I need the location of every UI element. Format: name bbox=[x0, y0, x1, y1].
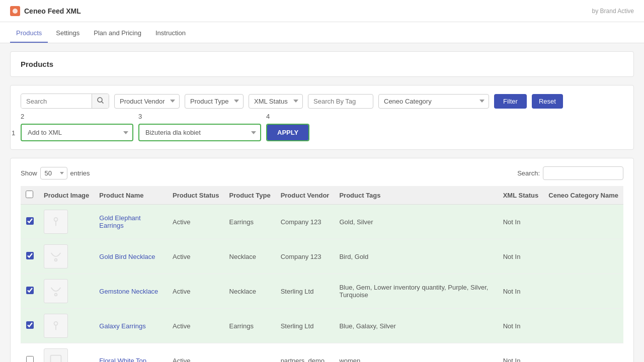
svg-point-1 bbox=[98, 98, 102, 102]
svg-line-2 bbox=[102, 102, 104, 104]
row-product-image bbox=[39, 205, 94, 239]
entries-select[interactable]: 50 10 25 100 bbox=[40, 167, 67, 179]
tag-search-input[interactable] bbox=[308, 94, 373, 109]
reset-button[interactable]: Reset bbox=[532, 94, 563, 109]
tab-products[interactable]: Products bbox=[10, 24, 48, 43]
row-xml-status: Not In bbox=[498, 239, 544, 274]
product-thumbnail bbox=[44, 279, 68, 303]
page-title: Products bbox=[21, 60, 53, 68]
nav-bar: Products Settings Plan and Pricing Instr… bbox=[0, 22, 644, 43]
row-product-status: Active bbox=[168, 205, 224, 239]
header-product-type: Product Type bbox=[224, 186, 276, 205]
svg-point-0 bbox=[13, 9, 18, 14]
row-checkbox[interactable] bbox=[26, 321, 34, 329]
vendor-select[interactable]: Product Vendor bbox=[114, 94, 180, 109]
tab-instruction[interactable]: Instruction bbox=[149, 24, 192, 43]
svg-point-6 bbox=[54, 322, 58, 325]
row-product-name: Gold Elephant Earrings bbox=[94, 205, 168, 239]
row-checkbox[interactable] bbox=[26, 287, 34, 294]
svg-point-3 bbox=[54, 218, 58, 221]
row-checkbox-cell bbox=[21, 205, 39, 239]
table-header-row: Product Image Product Name Product Statu… bbox=[21, 186, 623, 205]
row-product-type: Necklace bbox=[224, 274, 276, 309]
row-product-tags: Blue, Galaxy, Silver bbox=[334, 309, 498, 343]
svg-point-5 bbox=[55, 294, 57, 296]
ceneo-category-select[interactable]: Ceneo Category bbox=[378, 94, 489, 109]
app-icon bbox=[10, 6, 20, 16]
row-checkbox[interactable] bbox=[26, 252, 34, 259]
top-bar: Ceneo Feed XML by Brand Active bbox=[0, 0, 644, 22]
product-thumbnail bbox=[44, 314, 68, 338]
select-all-checkbox[interactable] bbox=[26, 191, 33, 198]
row-product-status: Active bbox=[168, 274, 224, 309]
table-row: Gemstone Necklace Active Necklace Sterli… bbox=[21, 274, 623, 309]
data-table: Product Image Product Name Product Statu… bbox=[21, 186, 623, 362]
apply-btn-wrap: APPLY bbox=[266, 124, 309, 141]
row-ceneo-category bbox=[543, 274, 623, 309]
row-product-name: Gold Bird Necklace bbox=[94, 239, 168, 274]
table-row: Gold Bird Necklace Active Necklace Compa… bbox=[21, 239, 623, 274]
filter-card: Product Vendor Product Type XML Status C… bbox=[10, 85, 634, 150]
svg-point-4 bbox=[55, 259, 57, 261]
search-button[interactable] bbox=[92, 94, 109, 108]
row-checkbox-cell bbox=[21, 274, 39, 309]
row-checkbox-cell bbox=[21, 309, 39, 343]
product-name-link[interactable]: Gold Bird Necklace bbox=[99, 253, 155, 260]
row-product-type bbox=[224, 343, 276, 363]
bulk-category-section: 3 Biżuteria dla kobiet bbox=[138, 124, 261, 141]
product-thumbnail bbox=[44, 244, 68, 268]
row-checkbox[interactable] bbox=[26, 217, 34, 225]
header-product-name: Product Name bbox=[94, 186, 168, 205]
header-ceneo-category: Ceneo Category Name bbox=[543, 186, 623, 205]
app-brand-credit: by Brand Active bbox=[592, 8, 634, 15]
app-title: Ceneo Feed XML bbox=[24, 7, 81, 15]
bulk-ceneo-select[interactable]: Biżuteria dla kobiet bbox=[139, 125, 260, 140]
main-content: Products Product Vendor Product Type bbox=[0, 43, 644, 362]
header-product-tags: Product Tags bbox=[334, 186, 498, 205]
search-input[interactable] bbox=[21, 95, 92, 108]
bulk-action-section: 2 Add to XML bbox=[21, 124, 133, 141]
step-4-label: 4 bbox=[266, 113, 270, 120]
bulk-apply-section: 4 APPLY bbox=[266, 124, 309, 141]
filter-row: Product Vendor Product Type XML Status C… bbox=[21, 94, 623, 109]
row-ceneo-category bbox=[543, 205, 623, 239]
header-checkbox-cell bbox=[21, 186, 39, 205]
header-product-image: Product Image bbox=[39, 186, 94, 205]
row-xml-status: Not In bbox=[498, 309, 544, 343]
bulk-select-wrap: Add to XML bbox=[21, 124, 133, 141]
annotation-1: 1 bbox=[12, 129, 15, 136]
step-2-label: 2 bbox=[21, 113, 24, 120]
filter-button[interactable]: Filter bbox=[494, 94, 527, 109]
apply-button[interactable]: APPLY bbox=[267, 125, 308, 140]
row-product-vendor: Company 123 bbox=[276, 205, 335, 239]
product-thumbnail bbox=[44, 210, 68, 234]
product-name-link[interactable]: Galaxy Earrings bbox=[99, 322, 145, 330]
page-title-card: Products bbox=[10, 51, 634, 77]
row-checkbox[interactable] bbox=[26, 356, 34, 362]
table-search-input[interactable] bbox=[543, 166, 623, 180]
row-product-vendor: Company 123 bbox=[276, 239, 335, 274]
app-branding: Ceneo Feed XML bbox=[10, 6, 81, 16]
row-product-image bbox=[39, 274, 94, 309]
row-product-image bbox=[39, 239, 94, 274]
product-name-link[interactable]: Gold Elephant Earrings bbox=[99, 214, 140, 229]
product-type-select[interactable]: Product Type bbox=[185, 94, 244, 109]
row-product-image bbox=[39, 309, 94, 343]
tab-plan-pricing[interactable]: Plan and Pricing bbox=[88, 24, 147, 43]
row-product-tags: Bird, Gold bbox=[334, 239, 498, 274]
product-name-link[interactable]: Gemstone Necklace bbox=[99, 288, 158, 295]
bulk-action-select[interactable]: Add to XML bbox=[22, 125, 132, 140]
table-search: Search: bbox=[517, 166, 623, 180]
table-card: Show 50 10 25 100 entries Search: bbox=[10, 158, 634, 362]
row-product-tags: Blue, Gem, Lower inventory quantity, Pur… bbox=[334, 274, 498, 309]
row-product-status: Active bbox=[168, 309, 224, 343]
product-thumbnail bbox=[44, 348, 68, 362]
tab-settings[interactable]: Settings bbox=[50, 24, 86, 43]
row-xml-status: Not In bbox=[498, 274, 544, 309]
product-name-link[interactable]: Floral White Top bbox=[99, 357, 146, 363]
row-checkbox-cell bbox=[21, 343, 39, 363]
table-controls: Show 50 10 25 100 entries Search: bbox=[21, 166, 623, 180]
row-product-status: Active bbox=[168, 239, 224, 274]
xml-status-select[interactable]: XML Status bbox=[249, 94, 303, 109]
row-product-image bbox=[39, 343, 94, 363]
